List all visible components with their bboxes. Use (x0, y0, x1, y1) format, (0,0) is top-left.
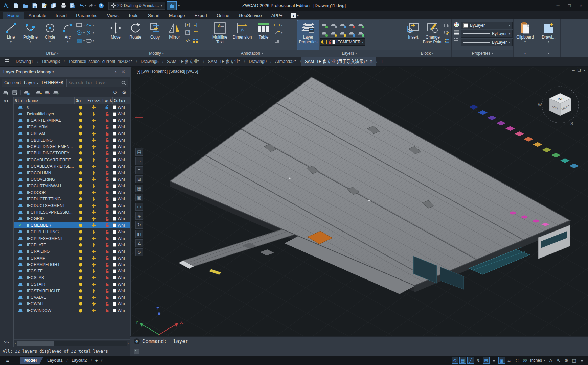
layer-on-bulb-icon[interactable] (79, 250, 82, 253)
units-label[interactable]: Inches (530, 358, 542, 363)
mirror-button[interactable]: Mirror (165, 20, 184, 50)
layer-row[interactable]: ✓ IFCFIRESUPPRESSIO... Whi (14, 209, 130, 215)
layer-freeze-sun-icon[interactable] (92, 158, 96, 162)
layer-color-cell[interactable]: Whi (113, 138, 130, 143)
color-dropdown[interactable]: ByLayer▾ (461, 22, 513, 29)
layer-lock-cell[interactable] (101, 210, 113, 214)
layer-freeze-sun-icon[interactable] (92, 276, 96, 279)
layer-on-bulb-icon[interactable] (79, 243, 82, 247)
layer-row[interactable]: ✓ IFCCURTAINWALL Whi (14, 183, 130, 189)
layer-lock-cell[interactable] (101, 249, 113, 254)
ellipse-icon[interactable] (76, 30, 83, 36)
layer-color-cell[interactable]: Whi (113, 190, 130, 195)
layer-on-bulb-icon[interactable] (79, 191, 82, 194)
rotate-button[interactable]: Rotate (126, 20, 145, 50)
layer-on-bulb-icon[interactable] (79, 165, 82, 168)
revision-cloud-icon[interactable] (85, 38, 92, 44)
save-as-icon[interactable] (40, 2, 49, 10)
redo-icon[interactable]: ▾ (87, 2, 96, 10)
layer-on-bulb-icon[interactable] (79, 269, 82, 273)
ribbon-tab-geoservice[interactable]: GeoService (234, 12, 267, 19)
layer-color-cell[interactable]: Whi (113, 197, 130, 201)
dimension-tool-button[interactable]: ⊞ (135, 175, 143, 183)
block-copy-icon[interactable] (443, 22, 450, 28)
layer-row[interactable]: ✓ IFCVALVE Whi (14, 294, 130, 300)
layer-freeze-sun-icon[interactable] (92, 204, 96, 208)
layer-freeze-sun-icon[interactable] (92, 165, 96, 168)
save-icon[interactable] (30, 2, 39, 10)
quick-select-button[interactable]: ↖ (555, 357, 562, 364)
ortho-mode-toggle[interactable]: ∟ (444, 357, 451, 364)
drawing-button[interactable]: Drawi...▾ (538, 20, 559, 50)
layer-freeze-sun-icon[interactable] (92, 112, 96, 116)
layer-color-cell[interactable]: Whi (113, 112, 130, 116)
layer-freeze-sun-icon[interactable] (92, 302, 96, 306)
layer-row[interactable]: ✓ IFCCABLECARRIERSE... Whi (14, 163, 130, 170)
layer-color-cell[interactable]: Whi (113, 105, 130, 110)
layer-on-bulb-icon[interactable] (79, 145, 82, 148)
lineweight-icon[interactable] (453, 29, 460, 35)
layer-color-cell[interactable]: Whi (113, 243, 130, 247)
collapse-top-button[interactable]: >> (4, 99, 9, 103)
layer-lock-cell[interactable] (101, 223, 113, 227)
layer-row[interactable]: ✓ IFCCOVERING Whi (14, 176, 130, 182)
layer-lock-cell[interactable] (101, 157, 113, 162)
layer-search-input[interactable] (68, 80, 120, 85)
layer-row[interactable]: ✓ IFCSTAIR Whi (14, 281, 130, 288)
layer-freeze-sun-icon[interactable] (92, 191, 96, 194)
layer-lock-cell[interactable] (101, 289, 113, 293)
layer-lock-cell[interactable] (101, 184, 113, 188)
layer-on-bulb-icon[interactable] (79, 283, 82, 286)
layer-row[interactable]: ✓ 0 Whi (14, 104, 130, 111)
arc-button[interactable]: Arc▾ (60, 20, 75, 50)
layer-row[interactable]: ✓ IFCAIRTERMINAL Whi (14, 117, 130, 124)
layer-hscrollbar[interactable]: ‹ › (14, 339, 130, 347)
layer-lock-cell[interactable] (101, 243, 113, 247)
viewport-controls-label[interactable]: [-] [SW Isometric] [Shaded] [WCS] (137, 69, 198, 74)
layer-on-bulb-icon[interactable] (79, 289, 82, 293)
clipboard-button[interactable]: Clipboard▾ (515, 20, 535, 50)
layer-on-bulb-icon[interactable] (79, 139, 82, 142)
layer-on-bulb-icon[interactable] (79, 197, 82, 201)
layer-freeze-sun-icon[interactable] (92, 223, 96, 227)
doc-restore-icon[interactable]: ❐ (578, 68, 581, 73)
layer-row[interactable]: ✓ IFCBUILDINGELEMEN... Whi (14, 143, 130, 150)
dimension-style-icon[interactable] (274, 22, 280, 28)
layer-freeze-sun-icon[interactable] (92, 217, 96, 221)
layer-row[interactable]: ✓ IFCBEAM Whi (14, 130, 130, 137)
change-base-point-button[interactable]: Change Base Point (423, 20, 443, 50)
hatch-icon[interactable] (76, 38, 83, 44)
layers-panel-label[interactable]: Layers▾ (296, 50, 403, 57)
layer-lock-cell[interactable] (101, 263, 113, 267)
layer-color-cell[interactable]: Whi (113, 210, 130, 215)
ribbon-tab-parametric[interactable]: Parametric (71, 12, 102, 19)
layer-freeze-sun-icon[interactable] (92, 263, 96, 267)
statusbar-menu-button[interactable]: ≡ (579, 357, 585, 364)
layer-lock-cell[interactable] (101, 138, 113, 142)
layer-walk-icon[interactable] (329, 29, 338, 38)
layer-row[interactable]: ✓ IFCRAMP Whi (14, 255, 130, 261)
annotate-tool-button[interactable]: ▤ (135, 148, 143, 156)
layer-freeze-sun-icon[interactable] (92, 138, 96, 142)
layer-lock-cell[interactable] (101, 203, 113, 208)
app-logo-icon[interactable] (2, 2, 11, 10)
layer-row[interactable]: ✓ IFCRAMPFLIGHT Whi (14, 261, 130, 268)
layer-lock-cell[interactable] (101, 125, 113, 129)
layer-freeze-sun-icon[interactable] (92, 296, 96, 299)
units-chevron-icon[interactable]: ▾ (544, 359, 545, 362)
fillet-icon[interactable] (192, 30, 199, 36)
layer-freeze-sun-icon[interactable] (92, 151, 96, 155)
ribbon-collapse-icon[interactable]: ▲ (291, 13, 296, 18)
dimension-button[interactable]: Dimension (231, 20, 253, 50)
layout2-tab[interactable]: Layout2 (68, 357, 90, 364)
layer-on-bulb-icon[interactable] (79, 119, 82, 122)
color-palette-icon[interactable] (453, 22, 460, 28)
ribbon-tab-app-[interactable]: APP+ (267, 12, 288, 19)
layer-color-cell[interactable]: Whi (113, 184, 130, 188)
snap-mode-toggle[interactable]: ∷ (514, 357, 521, 364)
layer-on-bulb-icon[interactable] (79, 302, 82, 306)
new-file-icon[interactable] (12, 2, 20, 10)
point-style-icon[interactable] (85, 30, 92, 36)
layer-freeze-sun-icon[interactable] (92, 283, 96, 286)
annotation-panel-label[interactable]: Annotation▾ (208, 50, 296, 57)
